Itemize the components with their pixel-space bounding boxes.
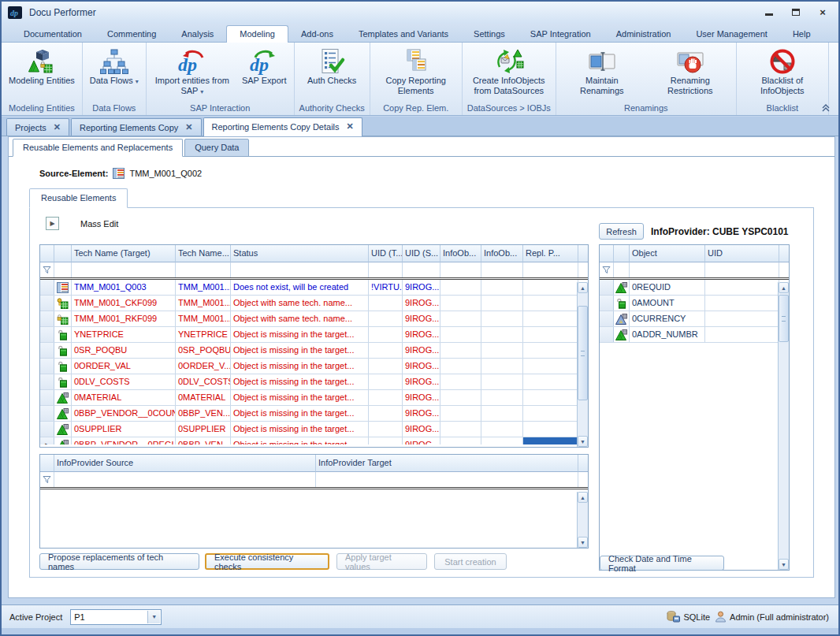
cell-uid_t[interactable]: !VIRTU... <box>369 280 403 295</box>
scroll-down-button[interactable]: ▼ <box>578 537 588 548</box>
column-header-tech_target[interactable]: Tech Name (Target) <box>72 245 176 262</box>
table-row[interactable]: 0BBP_VENDOR__0COUN0BBP_VEN...Object is m… <box>40 406 588 422</box>
cell-tech_target[interactable]: 0ORDER_VAL <box>72 359 176 374</box>
cell-repl[interactable] <box>523 437 578 444</box>
column-header-infoob1[interactable]: InfoOb... <box>440 245 481 262</box>
cell-tech_name[interactable]: TMM_M001... <box>176 296 231 311</box>
ribbon-button-copy-reporting-elements[interactable]: Copy Reporting Elements <box>372 44 460 98</box>
menu-tab-sap-integration[interactable]: SAP Integration <box>518 26 604 42</box>
ribbon-button-sap-export[interactable]: dpSAP Export <box>236 44 292 87</box>
doc-tab-projects[interactable]: Projects✕ <box>6 118 69 136</box>
cell-tech_target[interactable]: TMM_M001_RKF099 <box>72 311 176 326</box>
ribbon-button-data-flows[interactable]: Data Flows ▾ <box>84 44 144 88</box>
scrollbar-thumb[interactable] <box>578 306 588 400</box>
table-row[interactable]: 0AMOUNT <box>600 296 789 311</box>
ribbon-button-auth-checks[interactable]: Auth Checks <box>302 44 362 87</box>
cell-uid_t[interactable] <box>369 311 403 326</box>
menu-tab-analysis[interactable]: Analysis <box>169 26 226 42</box>
menu-tab-modeling[interactable]: Modeling <box>226 25 288 43</box>
row-selector[interactable] <box>40 390 54 405</box>
active-project-combobox[interactable]: P1 ▼ <box>70 609 162 625</box>
table-row[interactable]: 0ADDR_NUMBR <box>600 327 789 343</box>
cell-uid_s[interactable]: 9IROG... <box>403 311 440 326</box>
column-header-uid_s[interactable]: UID (S... <box>403 245 440 262</box>
cell-tech_target[interactable]: 0SUPPLIER <box>72 422 176 437</box>
cell-infoob2[interactable] <box>481 406 523 421</box>
cell-repl[interactable] <box>523 343 578 358</box>
menu-tab-user-management[interactable]: User Management <box>683 26 780 42</box>
cell-tech_target[interactable]: 0BBP_VENDOR__0REGI... <box>72 437 176 444</box>
table-row[interactable]: 0ORDER_VAL0ORDER_V...Object is missing i… <box>40 359 588 374</box>
cell-tech_target[interactable]: 0SR_POQBU <box>72 343 176 358</box>
ribbon-button-blacklist-of-infoobjects[interactable]: Blacklist of InfoObjects <box>738 44 827 98</box>
cell-repl[interactable] <box>523 280 578 295</box>
row-selector[interactable] <box>40 374 54 389</box>
cell-tech_name[interactable]: TMM_M001... <box>176 280 231 295</box>
filter-cell-tgt[interactable] <box>316 472 578 487</box>
cell-status[interactable]: Object is missing in the target... <box>231 437 369 444</box>
scroll-down-button[interactable]: ▼ <box>578 436 588 447</box>
cell-tech_name[interactable]: TMM_M001... <box>176 311 231 326</box>
cell-uid_t[interactable] <box>369 437 403 444</box>
cell-tech_name[interactable]: 0SR_POQBU <box>176 343 231 358</box>
table-row[interactable]: 0CURRENCY <box>600 311 789 327</box>
vertical-scrollbar[interactable]: ▲▼ <box>577 282 588 447</box>
filter-cell-icon[interactable] <box>54 262 72 277</box>
cell-repl[interactable] <box>523 422 578 437</box>
maximize-button[interactable] <box>788 5 804 19</box>
vertical-scrollbar[interactable]: ▲▼ <box>778 282 789 570</box>
menu-tab-administration[interactable]: Administration <box>604 26 684 42</box>
cell-uid_s[interactable]: 9IROG... <box>403 437 440 444</box>
cell-tech_name[interactable]: 0BBP_VEN... <box>176 406 231 421</box>
refresh-button[interactable]: Refresh <box>599 223 644 240</box>
filter-cell-repl[interactable] <box>523 262 578 277</box>
close-tab-icon[interactable]: ✕ <box>185 122 192 132</box>
cell-infoob2[interactable] <box>481 311 523 326</box>
cell-repl[interactable] <box>523 327 578 342</box>
cell-object[interactable]: 0REQUID <box>630 280 705 295</box>
filter-cell-object[interactable] <box>630 262 705 277</box>
column-header-tgt[interactable]: InfoProvider Target <box>316 455 578 472</box>
filter-cell-status[interactable] <box>231 262 369 277</box>
row-selector[interactable] <box>600 296 614 311</box>
cell-tech_target[interactable]: TMM_M001_CKF099 <box>72 296 176 311</box>
column-header-sel[interactable] <box>40 455 54 472</box>
propose-replacements-button[interactable]: Propose replacements of tech names <box>39 553 199 570</box>
cell-uid_s[interactable]: 9IROG... <box>403 374 440 389</box>
cell-infoob2[interactable] <box>481 296 523 311</box>
scroll-up-button[interactable]: ▲ <box>779 282 789 293</box>
cell-tech_target[interactable]: YNETPRICE <box>72 327 176 342</box>
row-selector[interactable] <box>600 311 614 326</box>
menu-tab-commenting[interactable]: Commenting <box>95 26 169 42</box>
cell-infoob2[interactable] <box>481 343 523 358</box>
row-selector[interactable] <box>600 280 614 295</box>
filter-cell-sel[interactable] <box>40 262 54 277</box>
cell-tech_target[interactable]: TMM_M001_Q003 <box>72 280 176 295</box>
table-row[interactable]: TMM_M001_RKF099TMM_M001...Object with sa… <box>40 311 588 327</box>
cell-uid_t[interactable] <box>369 406 403 421</box>
cell-tech_target[interactable]: 0MATERIAL <box>72 390 176 405</box>
sub-tab-reusable-elements-and-replacements[interactable]: Reusable Elements and Replacements <box>13 139 183 157</box>
menu-tab-documentation[interactable]: Documentation <box>11 26 95 42</box>
row-selector[interactable] <box>40 406 54 421</box>
cell-object[interactable]: 0AMOUNT <box>630 296 705 311</box>
cell-uid[interactable] <box>705 311 779 326</box>
row-selector[interactable] <box>40 327 54 342</box>
row-selector[interactable] <box>40 311 54 326</box>
cell-infoob1[interactable] <box>440 359 481 374</box>
scroll-up-button[interactable]: ▲ <box>578 282 588 293</box>
cell-infoob2[interactable] <box>481 327 523 342</box>
filter-cell-uid_s[interactable] <box>403 262 440 277</box>
cell-repl[interactable] <box>523 374 578 389</box>
cell-uid_t[interactable] <box>369 343 403 358</box>
cell-tech_name[interactable]: 0ORDER_V... <box>176 359 231 374</box>
cell-uid_t[interactable] <box>369 422 403 437</box>
filter-cell-infoob2[interactable] <box>481 262 523 277</box>
close-button[interactable]: × <box>815 5 831 19</box>
cell-uid_s[interactable]: 9IROG... <box>403 422 440 437</box>
cell-infoob1[interactable] <box>440 343 481 358</box>
cell-tech_name[interactable]: 0MATERIAL <box>176 390 231 405</box>
doc-tab-reporting-elements-copy[interactable]: Reporting Elements Copy✕ <box>71 118 202 136</box>
menu-tab-templates-and-variants[interactable]: Templates and Variants <box>346 26 461 42</box>
row-selector[interactable] <box>600 327 614 342</box>
